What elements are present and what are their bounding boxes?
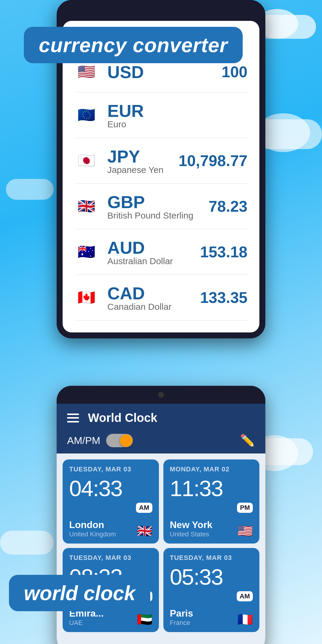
world-clock-label: world clock bbox=[24, 582, 135, 604]
flag-uae: 🇦🇪 bbox=[137, 612, 152, 627]
clock-country-newyork: United States bbox=[170, 530, 213, 538]
clock-city-paris: Paris bbox=[170, 608, 193, 619]
currency-value-usd: 100 bbox=[222, 63, 247, 81]
world-clock-banner: world clock bbox=[9, 575, 150, 611]
currency-info-aud: AUD Australian Dollar bbox=[107, 238, 200, 266]
currency-converter-screen: 100 USD equals: 🇺🇸 USD 100 🇪🇺 EUR Euro 🇯… bbox=[63, 21, 259, 332]
clock-location-paris: Paris France bbox=[170, 608, 193, 627]
clock-date-paris: TUESDAY, MAR 03 bbox=[170, 554, 253, 562]
ampm-section: AM/PM bbox=[67, 434, 133, 447]
clock-time-paris: 05:33 bbox=[170, 564, 253, 590]
currency-code-jpy: JPY bbox=[107, 146, 179, 166]
phone-notch bbox=[57, 386, 265, 404]
clock-country-uae: UAE bbox=[69, 619, 136, 627]
toggle-knob bbox=[120, 434, 132, 447]
ampm-label: AM/PM bbox=[67, 435, 100, 446]
flag-paris: 🇫🇷 bbox=[237, 612, 253, 627]
clock-date-uae: TUESDAY, MAR 03 bbox=[69, 554, 152, 562]
currency-code-usd: USD bbox=[107, 62, 222, 82]
currency-converter-banner: currency converter bbox=[24, 27, 243, 63]
currency-info-jpy: JPY Japanese Yen bbox=[107, 146, 179, 175]
world-clock-toolbar: AM/PM ✏️ bbox=[57, 429, 265, 453]
flag-newyork: 🇺🇸 bbox=[237, 524, 253, 538]
currency-name-aud: Australian Dollar bbox=[107, 256, 200, 266]
clock-date-london: TUESDAY, MAR 03 bbox=[69, 465, 152, 473]
flag-cad: 🇨🇦 bbox=[75, 286, 98, 309]
currency-converter-label: currency converter bbox=[39, 34, 228, 56]
world-clock-header: World Clock bbox=[57, 404, 265, 429]
flag-usd: 🇺🇸 bbox=[75, 60, 98, 84]
currency-name-eur: Euro bbox=[107, 119, 247, 129]
clock-location-london: London United Kingdom bbox=[69, 519, 116, 538]
clock-location-newyork: New York United States bbox=[170, 519, 213, 538]
currency-code-eur: EUR bbox=[107, 101, 247, 121]
currency-row-eur[interactable]: 🇪🇺 EUR Euro bbox=[75, 92, 247, 138]
currency-row-aud[interactable]: 🇦🇺 AUD Australian Dollar 153.18 bbox=[75, 229, 247, 275]
currency-name-cad: Canadian Dollar bbox=[107, 302, 200, 312]
clock-country-london: United Kingdom bbox=[69, 530, 116, 538]
flag-jpy: 🇯🇵 bbox=[75, 149, 98, 173]
clock-city-london: London bbox=[69, 519, 116, 530]
clock-time-newyork: 11:33 bbox=[170, 476, 253, 501]
currency-row-cad[interactable]: 🇨🇦 CAD Canadian Dollar 133.35 bbox=[75, 275, 247, 321]
flag-aud: 🇦🇺 bbox=[75, 240, 98, 264]
currency-code-gbp: GBP bbox=[107, 192, 209, 212]
clock-date-newyork: MONDAY, MAR 02 bbox=[170, 465, 253, 473]
currency-info-cad: CAD Canadian Dollar bbox=[107, 283, 200, 312]
clock-card-newyork[interactable]: MONDAY, MAR 02 11:33 New York United Sta… bbox=[163, 459, 260, 544]
currency-row-gbp[interactable]: 🇬🇧 GBP British Pound Sterling 78.23 bbox=[75, 184, 247, 229]
currency-value-aud: 153.18 bbox=[200, 243, 247, 261]
ampm-toggle[interactable] bbox=[106, 434, 133, 447]
clock-country-paris: France bbox=[170, 619, 193, 627]
currency-info-eur: EUR Euro bbox=[107, 101, 247, 129]
flag-gbp: 🇬🇧 bbox=[75, 194, 98, 218]
currency-row-jpy[interactable]: 🇯🇵 JPY Japanese Yen 10,798.77 bbox=[75, 138, 247, 184]
clock-card-paris[interactable]: TUESDAY, MAR 03 05:33 Paris France AM 🇫🇷 bbox=[163, 548, 260, 632]
clock-card-london[interactable]: TUESDAY, MAR 03 04:33 London United King… bbox=[63, 459, 159, 544]
menu-icon[interactable] bbox=[67, 414, 79, 422]
currency-value-gbp: 78.23 bbox=[209, 197, 247, 215]
clock-city-newyork: New York bbox=[170, 519, 213, 530]
currency-info-gbp: GBP British Pound Sterling bbox=[107, 192, 209, 221]
currency-value-cad: 133.35 bbox=[200, 289, 247, 306]
currency-value-jpy: 10,798.77 bbox=[179, 152, 247, 170]
notch-camera bbox=[158, 392, 164, 398]
currency-info-usd: USD bbox=[107, 62, 222, 82]
ampm-badge-paris: AM bbox=[237, 591, 253, 601]
currency-code-cad: CAD bbox=[107, 283, 200, 303]
edit-icon[interactable]: ✏️ bbox=[240, 434, 255, 448]
currency-code-aud: AUD bbox=[107, 238, 200, 258]
world-clock-title: World Clock bbox=[88, 411, 157, 425]
ampm-badge-london: AM bbox=[136, 503, 152, 513]
flag-eur: 🇪🇺 bbox=[75, 103, 98, 127]
flag-london: 🇬🇧 bbox=[137, 524, 152, 538]
clock-time-london: 04:33 bbox=[69, 476, 152, 501]
currency-name-jpy: Japanese Yen bbox=[107, 165, 179, 175]
currency-name-gbp: British Pound Sterling bbox=[107, 210, 209, 221]
ampm-badge-newyork: PM bbox=[237, 503, 253, 513]
